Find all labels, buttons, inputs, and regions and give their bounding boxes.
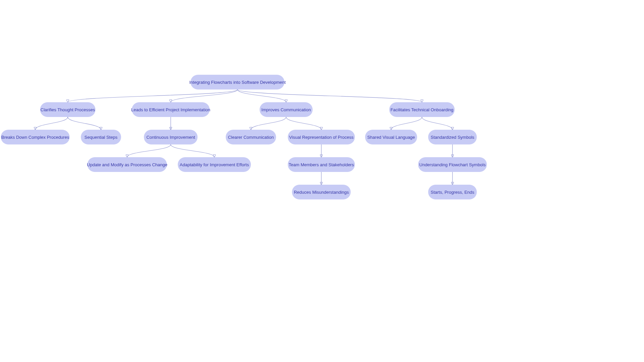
node-facilitates: Facilitates Technical Onboarding xyxy=(389,102,455,117)
edge xyxy=(127,144,171,157)
node-update: Update and Modify as Processes Change xyxy=(88,157,167,172)
edge xyxy=(171,89,237,102)
edge xyxy=(171,144,214,157)
edge xyxy=(422,117,452,130)
edge xyxy=(286,117,321,130)
edges-layer xyxy=(0,0,644,362)
edge xyxy=(68,89,237,102)
node-continuous: Continuous Improvement xyxy=(144,130,198,144)
edge xyxy=(251,117,286,130)
node-clarifies: Clarifies Thought Processes xyxy=(40,102,96,117)
node-starts: Starts, Progress, Ends xyxy=(428,185,477,199)
edge xyxy=(237,89,422,102)
flowchart-canvas: Integrating Flowcharts into Software Dev… xyxy=(0,0,644,362)
node-sequential: Sequential Steps xyxy=(81,130,121,144)
node-clearer: Clearer Communication xyxy=(226,130,276,144)
node-standardized: Standardized Symbols xyxy=(428,130,477,144)
edge xyxy=(68,117,101,130)
node-team: Team Members and Stakeholders xyxy=(288,157,355,172)
node-breaks: Breaks Down Complex Procedures xyxy=(1,130,70,144)
edge xyxy=(391,117,422,130)
edge xyxy=(237,89,286,102)
edge xyxy=(35,117,68,130)
node-shared: Shared Visual Language xyxy=(365,130,417,144)
node-reduces: Reduces Misunderstandings xyxy=(292,185,351,199)
node-visual: Visual Representation of Process xyxy=(288,130,355,144)
node-adapt: Adaptability for Improvement Efforts xyxy=(178,157,251,172)
node-root: Integrating Flowcharts into Software Dev… xyxy=(191,75,284,89)
node-understanding: Understanding Flowchart Symbols xyxy=(418,157,487,172)
node-improves: Improves Communication xyxy=(260,102,313,117)
node-efficient: Leads to Efficient Project Implementatio… xyxy=(132,102,210,117)
